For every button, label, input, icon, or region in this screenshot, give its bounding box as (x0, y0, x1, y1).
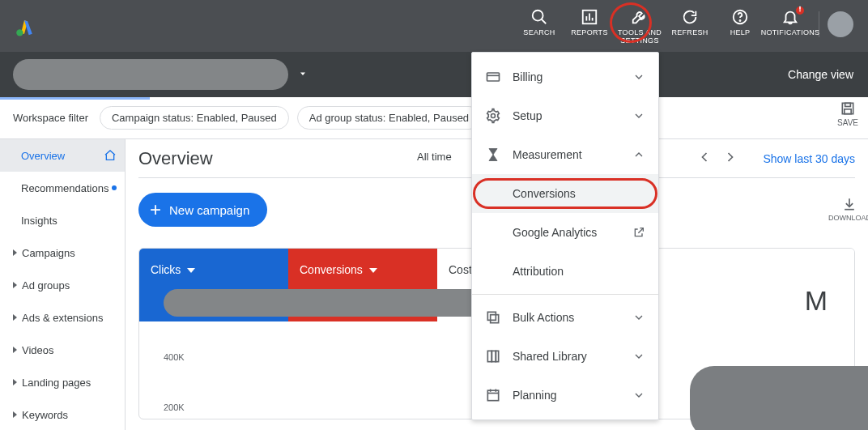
tools-settings-button[interactable]: TOOLS AND SETTINGS (615, 0, 665, 52)
workspace-filter-label: Workspace filter (13, 112, 88, 124)
show-last-30-days-link[interactable]: Show last 30 days (763, 152, 855, 165)
stat-label: Cost (449, 263, 472, 276)
refresh-button[interactable]: REFRESH (665, 0, 715, 52)
chevron-down-icon (632, 70, 645, 83)
svg-rect-25 (487, 312, 496, 320)
sidebar-item-insights[interactable]: Insights (0, 204, 125, 236)
sidebar-label: Recommendations (21, 182, 108, 194)
svg-rect-29 (487, 390, 498, 401)
menu-label: Planning (513, 389, 557, 402)
sidebar-label: Videos (22, 344, 54, 356)
external-link-icon (632, 226, 645, 239)
sidebar-item-adgroups[interactable]: Ad groups (0, 269, 125, 301)
home-icon (104, 149, 117, 162)
measurement-icon (485, 147, 501, 163)
date-next-button[interactable] (722, 149, 738, 168)
chevron-down-icon (632, 389, 645, 402)
caret-icon (13, 282, 17, 288)
download-button[interactable]: DOWNLOAD (828, 196, 868, 222)
svg-line-4 (542, 19, 547, 24)
svg-rect-11 (799, 6, 801, 10)
stat-label: Clicks (151, 263, 181, 276)
sidebar-item-ads-extensions[interactable]: Ads & extensions (0, 301, 125, 334)
menu-label: Google Analytics (513, 226, 597, 239)
reports-button[interactable]: REPORTS (564, 0, 615, 52)
filter-chip-campaign-status[interactable]: Campaign status: Enabled, Paused (100, 106, 289, 130)
planning-icon (485, 387, 501, 403)
menu-item-measurement[interactable]: Measurement (472, 135, 658, 174)
notifications-button[interactable]: NOTIFICATIONS (765, 0, 815, 52)
filter-bar: Workspace filter Campaign status: Enable… (0, 97, 868, 139)
save-button[interactable]: SAVE (837, 100, 858, 127)
menu-label: Conversions (513, 187, 576, 200)
svg-rect-12 (799, 11, 801, 12)
menu-subitem-google-analytics[interactable]: Google Analytics (472, 213, 658, 252)
search-label: SEARCH (523, 29, 555, 37)
tools-label: TOOLS AND SETTINGS (618, 29, 662, 45)
billing-icon (485, 69, 501, 85)
sidebar-item-recommendations[interactable]: Recommendations (0, 172, 125, 204)
chevron-down-icon (632, 109, 645, 122)
new-campaign-button[interactable]: + New campaign (138, 193, 267, 227)
sidebar-item-campaigns[interactable]: Campaigns (0, 236, 125, 269)
svg-rect-16 (845, 109, 851, 114)
refresh-label: REFRESH (671, 29, 708, 37)
sidebar-item-overview[interactable]: Overview (0, 139, 125, 172)
redacted-region (690, 366, 868, 430)
chevron-up-icon (632, 148, 645, 161)
svg-marker-13 (300, 73, 305, 76)
change-view-link[interactable]: Change view (788, 68, 853, 81)
menu-subitem-conversions[interactable]: Conversions (472, 174, 658, 213)
svg-rect-19 (487, 73, 500, 81)
svg-point-3 (533, 11, 543, 21)
shared-library-icon (485, 348, 501, 364)
new-campaign-label: New campaign (169, 203, 249, 217)
sidebar-item-keywords[interactable]: Keywords (0, 398, 125, 430)
date-prev-button[interactable] (696, 149, 713, 168)
menu-label: Bulk Actions (513, 311, 574, 324)
sidebar-label: Insights (21, 215, 57, 227)
svg-rect-24 (491, 315, 499, 323)
sidebar-item-landing-pages[interactable]: Landing pages (0, 366, 125, 398)
sidebar-label: Ads & extensions (22, 312, 103, 324)
svg-rect-28 (496, 351, 498, 361)
chevron-down-icon (187, 268, 195, 273)
menu-label: Setup (513, 109, 542, 122)
gear-icon (485, 108, 501, 124)
help-button[interactable]: HELP (715, 0, 765, 52)
sidebar-item-videos[interactable]: Videos (0, 334, 125, 366)
menu-label: Billing (513, 70, 542, 83)
svg-marker-23 (489, 155, 497, 161)
menu-item-bulk-actions[interactable]: Bulk Actions (472, 298, 658, 337)
svg-marker-22 (489, 149, 497, 155)
menu-subitem-attribution[interactable]: Attribution (472, 252, 658, 291)
plus-icon: + (150, 200, 161, 219)
help-label: HELP (730, 29, 751, 37)
caret-icon (13, 411, 17, 418)
notifications-label: NOTIFICATIONS (761, 29, 820, 37)
menu-divider (472, 294, 658, 295)
bulk-actions-icon (485, 309, 501, 326)
account-dropdown-icon[interactable] (298, 67, 308, 82)
date-range-label[interactable]: All time (417, 151, 452, 163)
sidebar-label: Ad groups (22, 279, 70, 292)
partial-text-m: M (805, 285, 828, 317)
caret-icon (13, 249, 17, 256)
svg-point-21 (491, 114, 496, 118)
filter-chip-adgroup-status[interactable]: Ad group status: Enabled, Paused (297, 106, 481, 130)
account-name-redacted (13, 59, 288, 90)
svg-point-10 (739, 20, 740, 21)
menu-item-setup[interactable]: Setup (472, 96, 658, 135)
sidebar-label: Campaigns (22, 247, 75, 259)
account-avatar[interactable] (828, 11, 853, 37)
search-button[interactable]: SEARCH (514, 0, 564, 52)
menu-item-planning[interactable]: Planning (472, 376, 658, 415)
reports-label: REPORTS (571, 29, 607, 37)
caret-icon (13, 379, 17, 385)
recommendations-dot-icon (112, 185, 117, 190)
left-sidebar: Overview Recommendations Insights Campai… (0, 139, 126, 430)
menu-item-billing[interactable]: Billing (472, 57, 658, 96)
page-title: Overview (138, 148, 213, 169)
menu-item-shared-library[interactable]: Shared Library (472, 337, 658, 376)
caret-icon (13, 314, 17, 321)
